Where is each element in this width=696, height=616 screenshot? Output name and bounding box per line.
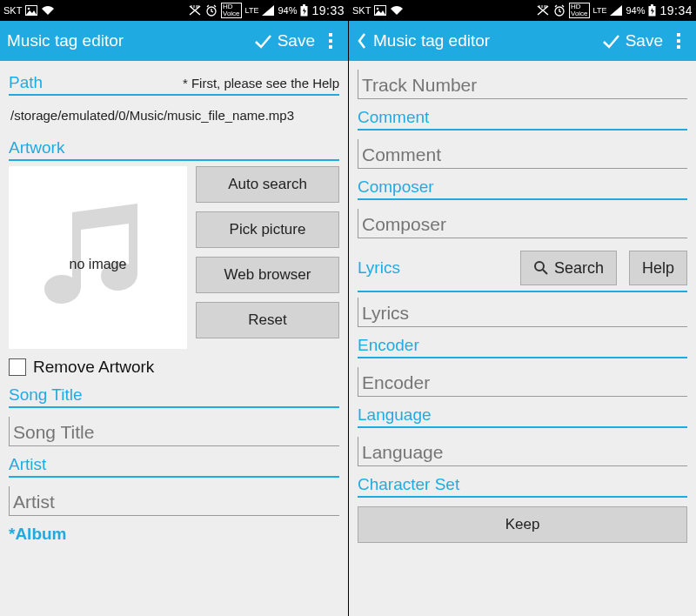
svg-rect-8 xyxy=(651,4,653,6)
action-bar: Music tag editor Save xyxy=(0,21,348,61)
reset-button[interactable]: Reset xyxy=(196,302,339,338)
image-icon xyxy=(374,5,386,16)
chevron-left-icon xyxy=(357,32,367,50)
encoder-input[interactable] xyxy=(358,367,687,397)
language-label: Language xyxy=(358,405,432,425)
status-bar: SKT HDVoice LTE 94% 19:33 xyxy=(0,0,348,21)
remove-artwork-row[interactable]: Remove Artwork xyxy=(9,358,339,377)
back-button[interactable] xyxy=(356,32,368,50)
wifi-icon xyxy=(390,5,404,16)
battery-pct: 94% xyxy=(278,5,297,16)
track-number-input[interactable] xyxy=(358,70,687,99)
status-bar: SKT HDVoice LTE 94% 19:34 xyxy=(349,0,696,21)
battery-icon xyxy=(648,4,656,17)
lyrics-search-button[interactable]: Search xyxy=(520,251,617,285)
clock: 19:33 xyxy=(311,3,345,17)
album-label: *Album xyxy=(9,525,67,544)
save-button[interactable]: Save xyxy=(601,31,663,50)
web-browser-button[interactable]: Web browser xyxy=(196,257,339,293)
pick-picture-button[interactable]: Pick picture xyxy=(196,211,339,248)
language-input[interactable] xyxy=(358,437,687,466)
app-title: Music tag editor xyxy=(373,31,596,50)
artwork-header: Artwork xyxy=(9,138,339,161)
remove-artwork-label: Remove Artwork xyxy=(33,358,154,377)
help-hint[interactable]: * First, please see the Help xyxy=(183,76,339,90)
check-icon xyxy=(601,31,620,50)
screen-right: SKT HDVoice LTE 94% 19:34 Music tag edit… xyxy=(348,0,696,616)
signal-icon xyxy=(262,5,274,16)
comment-input[interactable] xyxy=(358,139,687,169)
composer-label: Composer xyxy=(358,177,434,197)
no-image-text: no image xyxy=(70,257,127,272)
charset-keep-button[interactable]: Keep xyxy=(358,506,687,543)
app-title: Music tag editor xyxy=(7,31,248,50)
path-label: Path xyxy=(9,73,43,92)
path-value: /storage/emulated/0/Music/music_file_nam… xyxy=(9,96,339,131)
image-icon xyxy=(25,5,37,16)
hd-voice-badge: HDVoice xyxy=(221,3,242,18)
overflow-menu-button[interactable] xyxy=(320,28,341,54)
charset-label: Character Set xyxy=(358,475,459,494)
alarm-icon xyxy=(205,4,218,17)
path-header: Path * First, please see the Help xyxy=(9,73,339,96)
save-label: Save xyxy=(278,31,315,50)
encoder-label: Encoder xyxy=(358,336,419,355)
search-icon xyxy=(533,260,549,276)
lyrics-label: Lyrics xyxy=(358,258,400,278)
carrier-label: SKT xyxy=(352,5,371,16)
lyrics-header: Lyrics Search Help xyxy=(358,245,687,292)
lyrics-input[interactable] xyxy=(358,298,687,327)
signal-icon xyxy=(610,5,622,16)
artist-label: Artist xyxy=(9,455,46,474)
battery-icon xyxy=(300,4,308,17)
comment-label: Comment xyxy=(358,108,429,127)
remove-artwork-checkbox[interactable] xyxy=(9,358,26,376)
carrier-label: SKT xyxy=(3,5,22,16)
content-right: Comment Composer Lyrics Search Help Enco… xyxy=(349,61,696,616)
svg-point-10 xyxy=(535,262,544,271)
alarm-icon xyxy=(553,4,566,17)
overflow-menu-button[interactable] xyxy=(668,28,689,54)
svg-rect-3 xyxy=(303,4,305,6)
song-title-label: Song Title xyxy=(9,385,83,405)
wifi-icon xyxy=(41,5,55,16)
save-button[interactable]: Save xyxy=(253,31,315,50)
svg-point-6 xyxy=(377,8,379,10)
content-left: Path * First, please see the Help /stora… xyxy=(0,61,348,616)
music-note-icon xyxy=(37,199,159,312)
artwork-preview[interactable]: no image xyxy=(9,166,187,349)
composer-input[interactable] xyxy=(358,209,687,238)
action-bar: Music tag editor Save xyxy=(349,21,696,61)
battery-pct: 94% xyxy=(626,5,645,16)
artist-input[interactable] xyxy=(9,486,339,516)
song-title-input[interactable] xyxy=(9,417,339,446)
save-label: Save xyxy=(626,31,663,50)
hd-voice-badge: HDVoice xyxy=(569,3,590,18)
lte-label: LTE xyxy=(245,6,259,15)
auto-search-button[interactable]: Auto search xyxy=(196,166,339,203)
vibrate-icon xyxy=(188,4,202,17)
clock: 19:34 xyxy=(659,3,693,17)
check-icon xyxy=(253,31,272,50)
artwork-label: Artwork xyxy=(9,138,64,157)
vibrate-icon xyxy=(536,4,550,17)
lte-label: LTE xyxy=(593,6,607,15)
screen-left: SKT HDVoice LTE 94% 19:33 Music tag edit… xyxy=(0,0,348,616)
lyrics-help-button[interactable]: Help xyxy=(629,251,687,285)
svg-point-1 xyxy=(28,8,30,10)
